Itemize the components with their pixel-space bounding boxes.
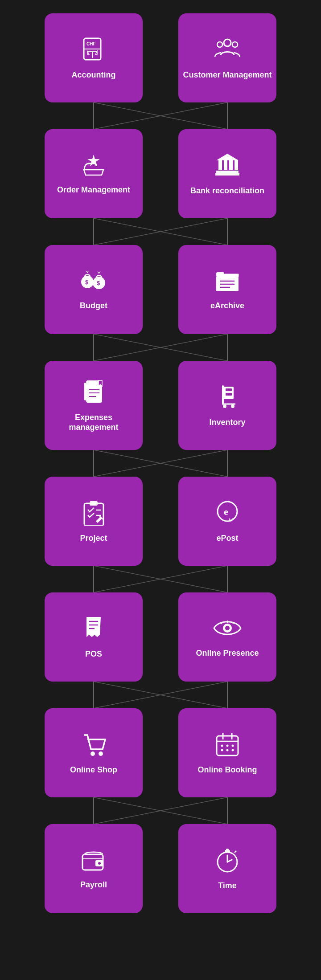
card-expenses-management[interactable]: Expenses management <box>45 361 143 450</box>
svg-point-54 <box>99 751 103 756</box>
svg-text:e: e <box>224 506 228 517</box>
svg-text:$: $ <box>97 280 100 286</box>
expenses-icon <box>82 378 106 408</box>
svg-point-67 <box>98 862 101 865</box>
svg-rect-15 <box>215 173 239 176</box>
svg-point-63 <box>226 749 229 751</box>
svg-point-62 <box>221 749 223 751</box>
card-time[interactable]: Time <box>178 824 276 913</box>
online-booking-label: Online Booking <box>198 765 257 775</box>
svg-rect-32 <box>226 388 232 391</box>
accounting-icon: CHF <box>80 36 107 66</box>
svg-marker-9 <box>216 154 239 160</box>
budget-icon: $ $ <box>79 269 108 297</box>
customer-management-label: Customer Management <box>183 70 272 80</box>
inventory-icon <box>214 383 241 413</box>
svg-point-61 <box>232 745 234 747</box>
card-online-shop[interactable]: Online Shop <box>45 708 143 797</box>
svg-rect-73 <box>226 849 229 851</box>
epost-label: ePost <box>216 534 238 543</box>
svg-rect-27 <box>84 383 87 400</box>
svg-rect-22 <box>216 272 224 277</box>
online-presence-label: Online Presence <box>196 649 259 658</box>
card-earchive[interactable]: eArchive <box>178 245 276 334</box>
order-management-label: Order Management <box>57 185 130 195</box>
inventory-label: Inventory <box>209 418 245 428</box>
svg-point-36 <box>223 404 226 408</box>
card-online-booking[interactable]: Online Booking <box>178 708 276 797</box>
card-accounting[interactable]: CHF Accounting <box>45 13 143 102</box>
svg-rect-39 <box>90 501 98 506</box>
svg-marker-18 <box>86 270 89 273</box>
svg-rect-38 <box>84 503 103 526</box>
time-icon <box>214 846 241 877</box>
svg-point-49 <box>225 626 230 630</box>
project-icon <box>82 499 106 529</box>
payroll-icon <box>80 848 107 876</box>
payroll-label: Payroll <box>80 880 107 890</box>
svg-point-5 <box>224 39 231 46</box>
svg-point-60 <box>226 745 229 747</box>
svg-point-53 <box>91 751 95 756</box>
svg-rect-10 <box>218 160 222 170</box>
svg-point-37 <box>231 404 235 408</box>
bank-icon <box>214 151 241 182</box>
svg-rect-12 <box>229 160 233 170</box>
card-inventory[interactable]: Inventory <box>178 361 276 450</box>
svg-point-6 <box>217 42 222 47</box>
card-project[interactable]: Project <box>45 477 143 566</box>
project-label: Project <box>80 534 107 543</box>
card-online-presence[interactable]: Online Presence <box>178 592 276 682</box>
svg-rect-33 <box>226 393 232 396</box>
card-bank-reconciliation[interactable]: Bank reconciliation <box>178 129 276 218</box>
presence-icon <box>212 616 243 644</box>
svg-text:$: $ <box>85 279 89 286</box>
card-epost[interactable]: e ePost <box>178 477 276 566</box>
svg-line-74 <box>235 851 236 853</box>
svg-point-7 <box>232 42 238 47</box>
online-shop-label: Online Shop <box>70 765 117 775</box>
svg-rect-13 <box>235 160 238 170</box>
svg-rect-11 <box>224 160 227 170</box>
order-icon <box>80 153 107 181</box>
earchive-label: eArchive <box>210 301 244 311</box>
pos-label: POS <box>85 649 102 659</box>
customer-icon <box>214 36 241 66</box>
card-order-management[interactable]: Order Management <box>45 129 143 218</box>
archive-icon <box>214 269 241 297</box>
svg-point-59 <box>221 745 223 747</box>
time-label: Time <box>218 881 237 891</box>
svg-marker-21 <box>97 271 101 274</box>
svg-marker-8 <box>87 155 100 166</box>
pos-icon <box>80 615 107 645</box>
card-budget[interactable]: $ $ Budget <box>45 245 143 334</box>
expenses-management-label: Expenses management <box>49 413 138 432</box>
card-customer-management[interactable]: Customer Management <box>178 13 276 102</box>
budget-label: Budget <box>80 301 107 311</box>
card-pos[interactable]: POS <box>45 592 143 682</box>
shop-icon <box>80 731 107 761</box>
booking-icon <box>214 731 241 761</box>
svg-rect-34 <box>222 385 224 404</box>
accounting-label: Accounting <box>72 70 116 80</box>
svg-rect-14 <box>216 171 239 173</box>
card-payroll[interactable]: Payroll <box>45 824 143 913</box>
epost-icon: e <box>214 499 241 529</box>
svg-point-64 <box>232 749 234 751</box>
svg-text:CHF: CHF <box>86 41 96 46</box>
bank-reconciliation-label: Bank reconciliation <box>190 186 264 196</box>
